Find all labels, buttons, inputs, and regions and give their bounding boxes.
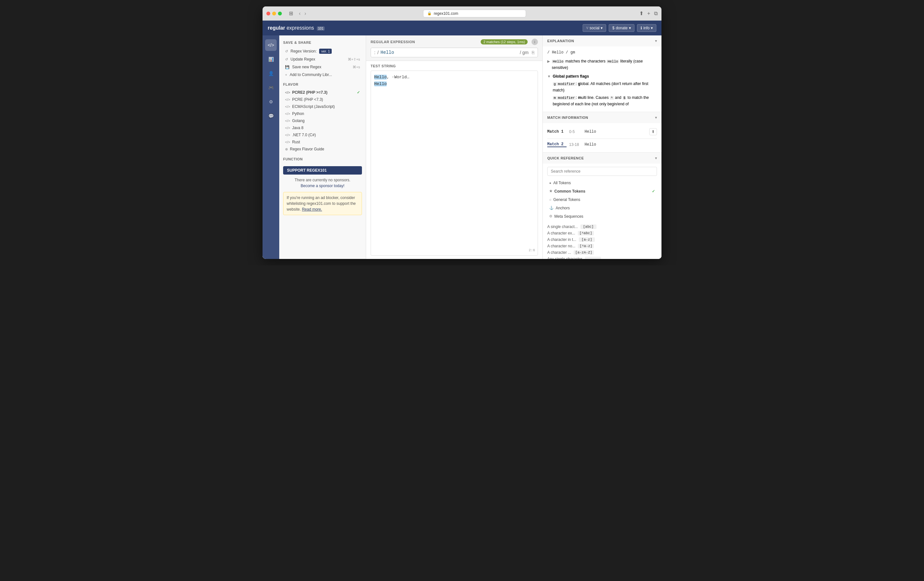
sidebar-toggle-button[interactable]: ⊞ [287, 10, 295, 17]
match-info-collapse-icon: ▾ [655, 115, 657, 120]
sidebar-item-stats[interactable]: 📊 [265, 53, 277, 65]
flavor-dotnet[interactable]: </> .NET 7.0 (C#) [283, 131, 362, 139]
ref-cat-common-tokens[interactable]: ★ Common Tokens ✓ [547, 187, 657, 195]
flavor-guide-icon: ⊕ [285, 147, 288, 151]
flavor-guide[interactable]: ⊕ Regex Flavor Guide [283, 146, 362, 153]
quick-ref-title: QUICK REFERENCE [547, 156, 584, 160]
ref-item-3-code: [a-z] [579, 237, 595, 242]
update-regex-item[interactable]: ↺ Update Regex ⌘+⇧+s [283, 55, 362, 63]
common-tokens-label: Common Tokens [554, 189, 585, 194]
flavor-ecma[interactable]: </> ECMAScript (JavaScript) [283, 103, 362, 110]
search-reference-input[interactable] [547, 167, 657, 176]
sidebar-item-user[interactable]: 👤 [265, 68, 277, 79]
test-string-content: Hello, ·World… Hello [374, 74, 535, 88]
back-button[interactable]: ‹ [298, 10, 302, 17]
ref-item-6-desc: Any single character [547, 257, 582, 259]
line-indicator: 2:6 [529, 248, 535, 253]
match-info-content: Match 1 0-5 Hello ⬆ Match 2 13-18 Hello [543, 123, 662, 152]
sidebar-item-quiz[interactable]: 🎮 [265, 82, 277, 93]
regex-input[interactable] [381, 50, 518, 55]
general-tokens-icon: ○ [549, 198, 551, 202]
regex-input-container: : / / gm ⎘ [371, 48, 538, 57]
become-sponsor-link[interactable]: Become a sponsor today! [300, 184, 344, 188]
explanation-content: / Hello / gm ▶ Hello matches the charact… [543, 46, 662, 112]
no-sponsors-text: There are currently no sponsors. [295, 178, 350, 182]
m-bold: m [578, 95, 582, 100]
match-info-header[interactable]: MATCH INFORMATION ▾ [543, 112, 662, 123]
main-content: REGULAR EXPRESSION 2 matches (12 steps, … [366, 35, 543, 259]
social-button[interactable]: ⑂ social ▾ [582, 24, 606, 32]
forward-button[interactable]: › [303, 10, 307, 17]
flavor-code-icon-6: </> [285, 126, 290, 130]
match-badge: 2 matches (12 steps, 1ms) [481, 39, 528, 45]
regex-section-label: REGULAR EXPRESSION [371, 40, 415, 44]
read-more-link[interactable]: Read more. [302, 207, 322, 212]
info-icon-button[interactable]: i [531, 39, 538, 45]
flavor-rust[interactable]: </> Rust [283, 139, 362, 146]
ref-cat-meta-sequences[interactable]: ⚙ Meta Sequences [547, 213, 657, 220]
ref-cat-general-tokens[interactable]: ○ General Tokens [547, 196, 657, 204]
sidebar-item-regex[interactable]: </> [265, 39, 277, 51]
donate-icon: $ [612, 26, 614, 30]
copy-button[interactable]: ⎘ [532, 50, 535, 55]
flavor-python[interactable]: </> Python [283, 110, 362, 117]
sidebar-item-settings[interactable]: ⚙ [265, 96, 277, 108]
support-button[interactable]: SUPPORT REGEX101 [283, 166, 362, 175]
flavor-pcre2[interactable]: </> PCRE2 (PHP >=7.3) ✓ [283, 89, 362, 96]
match-1-range: 0-5 [569, 129, 582, 134]
ref-item-5-desc: A character ... [547, 250, 571, 255]
donate-chevron-icon: ▾ [629, 26, 631, 30]
social-icon: ⑂ [586, 26, 589, 30]
test-string-label: TEST STRING [371, 64, 396, 68]
match-1-highlight: Hello [374, 75, 387, 79]
chat-icon: 💬 [268, 113, 274, 119]
flavor-rust-label: Rust [292, 140, 300, 144]
new-tab-button[interactable]: + [647, 11, 650, 17]
right-panel: EXPLANATION ▾ / Hello / gm ▶ Hello match… [543, 35, 662, 259]
info-button[interactable]: ℹ info ▾ [637, 24, 656, 32]
add-community-item[interactable]: + Add to Community Libr... [283, 71, 362, 79]
common-tokens-icon: ★ [549, 189, 553, 193]
support-text: There are currently no sponsors. Become … [283, 177, 362, 189]
add-icon: + [285, 73, 287, 77]
maximize-button[interactable] [278, 12, 282, 15]
explanation-header[interactable]: EXPLANATION ▾ [543, 35, 662, 46]
app-header: regular expressions 101 ⑂ social ▾ $ don… [262, 21, 662, 35]
exp-code-hello: Hello [552, 60, 564, 63]
browser-actions: ⬆ + ⧉ [639, 10, 658, 17]
match-2-label: Match 2 [547, 142, 566, 147]
tabs-button[interactable]: ⧉ [654, 11, 658, 17]
regex-version-item[interactable]: ↺ Regex Version: ver. 1 [283, 47, 362, 55]
flavor-code-icon-1: </> [285, 91, 290, 94]
browser-titlebar: ⊞ ‹ › 🔒 regex101.com ⬆ + ⧉ [262, 7, 662, 21]
test-string-area[interactable]: Hello, ·World… Hello 2:6 [371, 71, 538, 256]
share-match-button[interactable]: ⬆ [649, 128, 657, 135]
refresh-icon: ↺ [285, 57, 288, 61]
all-tokens-icon: ● [549, 181, 551, 185]
flavor-java[interactable]: </> Java 8 [283, 124, 362, 131]
save-new-item[interactable]: 💾 Save new Regex ⌘+s [283, 63, 362, 71]
ref-cat-all-tokens[interactable]: ● All Tokens [547, 179, 657, 187]
flavor-pcre[interactable]: </> PCRE (PHP <7.3) [283, 96, 362, 103]
save-shortcut: ⌘+s [353, 65, 360, 69]
add-community-label: Add to Community Libr... [290, 73, 332, 77]
flavor-dotnet-label: .NET 7.0 (C#) [292, 133, 316, 137]
close-button[interactable] [266, 12, 270, 15]
logo-badge: 101 [317, 26, 325, 31]
flavor-ecma-label: ECMAScript (JavaScript) [292, 104, 335, 109]
match-row-2: Match 2 13-18 Hello [547, 140, 657, 149]
ref-cat-anchors[interactable]: ⚓ Anchors [547, 204, 657, 212]
ref-item-1-desc: A single charact... [547, 225, 578, 229]
match-2-range: 13-18 [569, 142, 582, 147]
flavor-golang[interactable]: </> Golang [283, 117, 362, 124]
minimize-button[interactable] [272, 12, 276, 15]
update-shortcut: ⌘+⇧+s [348, 57, 360, 61]
app-logo: regular expressions 101 [268, 25, 325, 31]
sidebar-item-chat[interactable]: 💬 [265, 110, 277, 122]
address-bar[interactable]: 🔒 regex101.com [423, 10, 526, 17]
general-tokens-label: General Tokens [553, 197, 581, 202]
quick-ref-header[interactable]: QUICK REFERENCE ▾ [543, 153, 662, 164]
share-button[interactable]: ⬆ [639, 10, 644, 17]
donate-button[interactable]: $ donate ▾ [609, 24, 634, 32]
explanation-global-flags: ▼ Global pattern flags g modifier: globa… [547, 73, 657, 107]
